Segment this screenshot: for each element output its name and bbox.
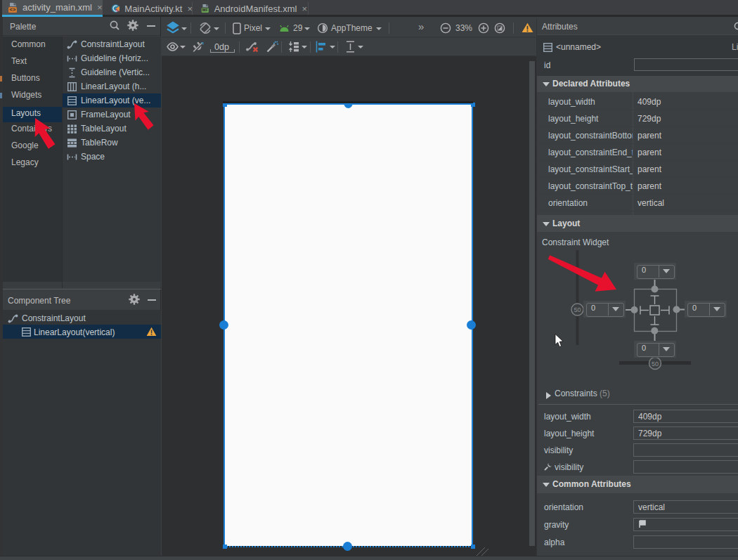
svg-text:MF: MF <box>202 8 209 12</box>
svg-text:<>: <> <box>10 6 16 13</box>
svg-text:50: 50 <box>652 360 659 367</box>
svg-text:50: 50 <box>574 306 581 313</box>
